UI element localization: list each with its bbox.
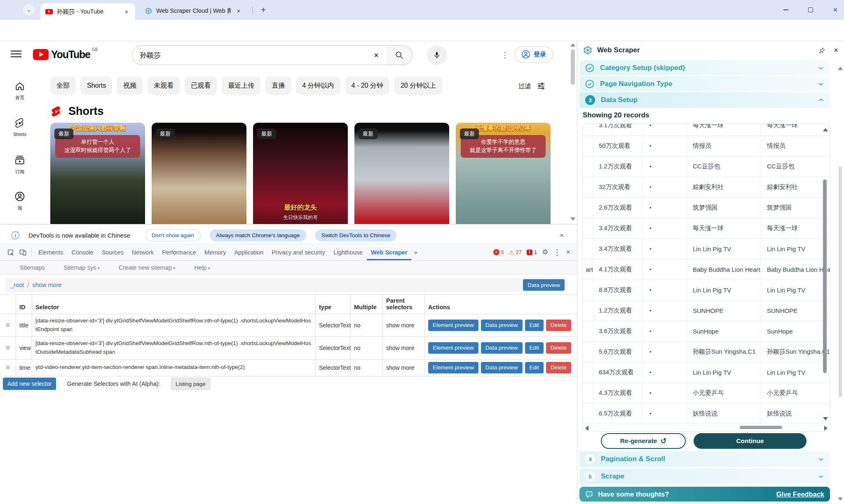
pin-icon[interactable]: [818, 47, 825, 54]
shorts-card-2[interactable]: 最新: [152, 123, 246, 224]
table-scroll-down-arrow[interactable]: [823, 417, 828, 420]
devtools-menu-icon[interactable]: [553, 247, 561, 257]
filter-chip[interactable]: 未观看: [148, 77, 180, 95]
shorts-card-5[interactable]: 哥懂事的都让人心疼 你爱学不学的意思就是这辈子离不开弹性带了 最新: [456, 123, 551, 224]
edit-button[interactable]: Edit: [525, 342, 544, 354]
filter-chip[interactable]: 最近上传: [222, 77, 260, 95]
dont-show-again-button[interactable]: Don't show again: [145, 229, 201, 241]
selector-parent[interactable]: show more: [383, 337, 425, 359]
devtools-tab[interactable]: Memory: [200, 244, 230, 260]
filter-chip[interactable]: 4 - 20 分钟: [345, 77, 389, 95]
listing-page-button[interactable]: Listing page: [171, 378, 210, 390]
panel-scroll-up-arrow[interactable]: [838, 67, 843, 70]
devtools-tab[interactable]: Privacy and security: [267, 244, 329, 260]
section-pagination-scroll[interactable]: 4 Pagination & Scroll: [579, 451, 830, 467]
panel-scroll-down-arrow[interactable]: [838, 497, 843, 501]
drag-handle[interactable]: [0, 314, 16, 336]
scroll-down-arrow[interactable]: [570, 217, 575, 221]
sidebar-item-subscriptions[interactable]: 订阅: [3, 155, 36, 175]
filter-control[interactable]: 过滤: [518, 82, 546, 91]
breadcrumb-root-link[interactable]: _root: [10, 282, 24, 288]
filter-chip[interactable]: 20 分钟以上: [394, 77, 442, 95]
delete-button[interactable]: Delete: [546, 362, 571, 373]
devtools-tab[interactable]: Elements: [34, 244, 67, 260]
sign-in-button[interactable]: 登录: [514, 46, 553, 63]
data-preview-button[interactable]: Data preview: [481, 362, 523, 373]
filter-chip[interactable]: Shorts: [81, 77, 112, 95]
panel-scrollbar[interactable]: [837, 59, 844, 504]
new-tab-button[interactable]: [258, 5, 269, 15]
devtools-tab[interactable]: Sources: [98, 244, 128, 260]
filter-chip[interactable]: 已观看: [185, 77, 217, 95]
chevron-down-icon[interactable]: [818, 473, 824, 480]
scrollbar-thumb[interactable]: [571, 49, 575, 85]
selector-parent[interactable]: show more: [383, 359, 425, 376]
scroll-up-arrow[interactable]: [570, 43, 575, 47]
tab-close-icon[interactable]: [235, 7, 242, 14]
scroll-left-arrow[interactable]: [585, 426, 588, 431]
chevron-down-icon[interactable]: [818, 456, 824, 462]
data-preview-button[interactable]: Data preview: [523, 279, 565, 291]
devtools-close-icon[interactable]: [566, 248, 570, 257]
devtools-settings-icon[interactable]: [542, 248, 548, 257]
search-input[interactable]: 孙颖莎: [132, 45, 387, 65]
add-new-selector-button[interactable]: Add new selector: [3, 378, 56, 390]
filter-chip[interactable]: 全部: [50, 77, 76, 95]
regenerate-button[interactable]: Re-generate: [601, 433, 686, 449]
search-value[interactable]: 孙颖莎: [140, 51, 374, 60]
drag-handle[interactable]: [0, 359, 16, 376]
devtools-tab[interactable]: Network: [128, 244, 158, 260]
chevron-down-icon[interactable]: [818, 65, 824, 71]
match-language-button[interactable]: Always match Chrome's language: [210, 229, 306, 241]
error-badge[interactable]: ×5: [493, 249, 504, 255]
horizontal-scrollbar-thumb[interactable]: [740, 426, 782, 429]
clear-search-icon[interactable]: [374, 51, 379, 60]
devtools-tab[interactable]: Console: [67, 244, 97, 260]
warning-badge[interactable]: ⚠27: [509, 249, 522, 256]
edit-button[interactable]: Edit: [525, 362, 544, 373]
section-data-setup[interactable]: 3 Data Setup: [579, 92, 830, 108]
table-scroll-up-arrow[interactable]: [823, 128, 828, 131]
sidebar-item-shorts[interactable]: Shorts: [3, 118, 36, 137]
devtools-tab-web-scraper[interactable]: Web Scraper: [367, 244, 411, 260]
delete-button[interactable]: Delete: [546, 320, 571, 331]
tab-webscraper-cloud[interactable]: Web Scraper Cloud | Web 爬: [140, 3, 247, 18]
tab-search-button[interactable]: ⌄: [23, 4, 35, 16]
notice-close-icon[interactable]: [560, 231, 564, 240]
section-scrape[interactable]: 5 Scrape: [579, 469, 830, 484]
scroll-right-arrow[interactable]: [824, 426, 828, 431]
devtools-tab[interactable]: Application: [230, 244, 267, 260]
search-button[interactable]: [386, 45, 413, 65]
section-category-setup[interactable]: Category Setup (skipped): [579, 60, 830, 75]
devtools-tab[interactable]: Performance: [158, 244, 200, 260]
voice-search-button[interactable]: [427, 45, 447, 65]
chevron-down-icon[interactable]: [818, 81, 824, 87]
shorts-card-3[interactable]: 最新 最好的龙头 生日快乐我的哥: [253, 123, 348, 224]
chevron-up-icon[interactable]: [818, 97, 824, 103]
nav-create-sitemap[interactable]: Create new sitemap: [119, 264, 176, 271]
youtube-options-button[interactable]: [501, 50, 509, 60]
switch-to-chinese-button[interactable]: Switch DevTools to Chinese: [315, 229, 396, 241]
panel-close-icon[interactable]: [834, 46, 838, 55]
table-vertical-scrollbar-thumb[interactable]: [823, 180, 827, 373]
data-preview-button[interactable]: Data preview: [481, 320, 523, 331]
filter-chip[interactable]: 视频: [117, 77, 143, 95]
nav-help[interactable]: Help: [195, 264, 210, 271]
devtools-tab[interactable]: Lighthouse: [329, 244, 367, 260]
window-maximize-button[interactable]: [804, 6, 817, 14]
element-preview-button[interactable]: Element preview: [428, 342, 478, 354]
table-horizontal-scrollbar[interactable]: [583, 423, 830, 431]
element-preview-button[interactable]: Element preview: [428, 320, 478, 331]
nav-sitemap-sys[interactable]: Sitemap sys: [63, 264, 100, 271]
inspect-element-icon[interactable]: [4, 246, 16, 259]
panel-scrollbar-thumb[interactable]: [839, 166, 842, 397]
more-tabs-chevron[interactable]: »: [411, 249, 420, 256]
youtube-logo[interactable]: YouTube GB: [33, 47, 98, 61]
section-page-navigation-type[interactable]: Page Navigation Type: [579, 76, 830, 91]
drag-handle[interactable]: [0, 337, 16, 359]
give-feedback-link[interactable]: Give Feedback: [776, 490, 824, 498]
shorts-card-1[interactable]: 牛这是俩人都得管啊 单打管一个人这混双时候就得管两个人了 最新: [50, 123, 145, 224]
filter-chip[interactable]: 4 分钟以内: [296, 77, 340, 95]
breadcrumb-show-more-link[interactable]: show more: [33, 282, 62, 288]
tab-close-icon[interactable]: [123, 8, 130, 15]
